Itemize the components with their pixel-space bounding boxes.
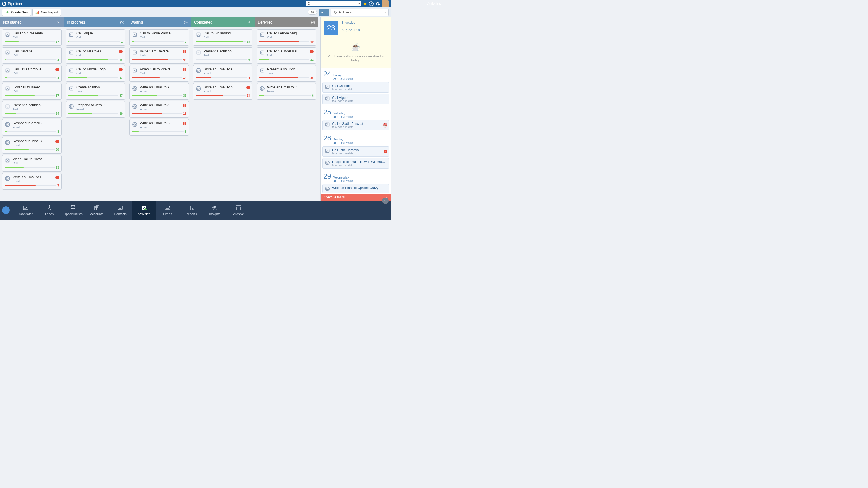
activity-card[interactable]: Call to Mr ColesCall!48 [66, 47, 125, 64]
nav-label: Activities [137, 212, 150, 216]
card-type: Call [267, 36, 314, 39]
task-title: Respond to email - Rowen Wilders… [332, 160, 387, 164]
card-type: Call [267, 54, 308, 57]
activity-card[interactable]: Video Call to Vite NCall!14 [129, 65, 189, 82]
svg-point-28 [133, 104, 137, 109]
card-title: Write an Email to H [12, 175, 53, 179]
activity-card[interactable]: Call to Lenore SidgCall40 [257, 29, 316, 45]
nav-contacts[interactable]: Contacts [108, 201, 132, 220]
upcoming-task-card[interactable]: Write an Email to Opaline Gravy [322, 184, 389, 193]
upcoming-task-card[interactable]: Call Migueltask has due date [322, 94, 389, 104]
card-title: Call to Saunder Kel [267, 49, 308, 53]
filter-toggle-button[interactable] [318, 9, 329, 16]
activity-card[interactable]: Call to Sigismund .Call58 [193, 29, 252, 45]
nav-opportunities[interactable]: Opportunities [61, 201, 85, 220]
overdue-tasks-bar[interactable]: Overdue tasks ‹ [321, 194, 391, 201]
activity-card[interactable]: Present a solutionTask38 [257, 65, 316, 82]
activity-card[interactable]: Write an Email to CEmail6 [257, 83, 316, 100]
nav-insights[interactable]: Insights [203, 201, 227, 220]
activity-card[interactable]: Write an Email to AEmail!18 [129, 101, 189, 118]
activity-card[interactable]: Call CarolineCall1 [2, 47, 62, 64]
nav-accounts[interactable]: Accounts [85, 201, 108, 220]
nav-navigator[interactable]: Navigator [14, 201, 38, 220]
archive-icon [235, 204, 242, 211]
date-header: 26SundayAUGUST 2018 [323, 134, 388, 145]
svg-point-15 [5, 176, 10, 181]
activity-card[interactable]: Call MiguelCall1 [66, 29, 125, 45]
settings-icon[interactable] [375, 1, 380, 6]
nav-reports[interactable]: Reports [179, 201, 203, 220]
nav-archive[interactable]: Archive [227, 201, 250, 220]
svg-point-53 [71, 205, 75, 207]
activity-card[interactable]: Present a solutionTask0 [193, 47, 252, 64]
pipeliner-logo-icon [2, 2, 6, 6]
card-title: Create solution [76, 85, 123, 89]
card-type: Email [140, 126, 181, 129]
alert-icon: ! [55, 175, 59, 179]
activity-card[interactable]: Write an Email to CEmail4 [193, 65, 252, 82]
help-icon[interactable]: ? [369, 1, 374, 6]
activity-card[interactable]: Respond to Jeth GEmail29 [66, 101, 125, 118]
card-title: Respond to email - [12, 121, 59, 125]
add-button[interactable]: + [2, 206, 10, 214]
favorite-icon[interactable]: ★ [363, 1, 367, 7]
date-header: 25SaturdayAUGUST 2018 [323, 108, 388, 119]
upcoming-task-card[interactable]: Respond to email - Rowen Wilders…task ha… [322, 158, 389, 169]
activity-card[interactable]: Respond to email -Email3 [2, 119, 62, 135]
activity-card[interactable]: Call to Sadie PancaCall2 [129, 29, 189, 45]
card-number: 31 [183, 94, 186, 97]
activity-card[interactable]: Write an Email to HEmail!7 [2, 173, 62, 190]
search-dropdown-icon[interactable] [358, 3, 360, 4]
activity-card[interactable]: Write an Email to AEmail31 [129, 83, 189, 100]
search-input-wrapper[interactable] [306, 1, 361, 6]
create-new-button[interactable]: ＋ Create New [2, 9, 31, 16]
app-name: Pipeliner [8, 2, 22, 6]
activity-card[interactable]: Invite Sam DeverelTask!44 [129, 47, 189, 64]
card-number: 6 [312, 94, 314, 97]
gear-icon [333, 10, 337, 14]
activity-card[interactable]: Cold call to BayerCall37 [2, 83, 62, 100]
activity-card[interactable]: Call about presentaCall17 [2, 29, 62, 45]
svg-rect-4 [38, 11, 39, 14]
nav-label: Feeds [163, 212, 172, 216]
svg-point-35 [198, 70, 199, 71]
nav-activities[interactable]: Activities [132, 201, 156, 220]
task-icon [5, 104, 10, 109]
nav-feeds[interactable]: Feeds [156, 201, 179, 220]
today-month: August 2018 [342, 28, 360, 33]
task-icon [68, 86, 74, 92]
user-filter-dropdown[interactable]: All Users [331, 9, 389, 16]
card-number: 18 [183, 112, 186, 115]
activity-card[interactable]: Respond to Ilysa SEmail!29 [2, 137, 62, 154]
activity-card[interactable]: Write an Email to SEmail!13 [193, 83, 252, 100]
activity-card[interactable]: Create solutionTask37 [66, 83, 125, 100]
upcoming-task-card[interactable]: Call Carolinetask has due date [322, 82, 389, 93]
activity-card[interactable]: Present a solutionTask14 [2, 101, 62, 118]
card-number: 14 [56, 112, 59, 115]
new-report-button[interactable]: New Report [32, 9, 61, 16]
date-header: 24FridayAUGUST 2018 [323, 70, 388, 81]
call-icon [5, 68, 10, 73]
search-input[interactable] [311, 2, 358, 6]
activity-card[interactable]: Write an Email to BEmail!8 [129, 119, 189, 135]
card-title: Present a solution [12, 103, 59, 107]
svg-rect-20 [69, 87, 73, 90]
email-icon [195, 86, 202, 92]
upcoming-task-card[interactable]: Call Latia Cordovatask has due date! [322, 146, 389, 157]
user-avatar[interactable] [382, 0, 389, 7]
activity-card[interactable]: Call to Saunder KelCall!12 [257, 47, 316, 64]
card-number: 2 [185, 40, 186, 43]
app-logo[interactable]: Pipeliner [2, 2, 22, 6]
activity-card[interactable]: Call Latia CordovaCall!3 [2, 65, 62, 82]
svg-point-31 [134, 124, 135, 125]
card-type: Email [12, 180, 53, 183]
call-icon [325, 122, 330, 127]
nav-leads[interactable]: Leads [38, 201, 61, 220]
expand-button[interactable] [382, 198, 389, 204]
activity-card[interactable]: Call to Myrtle FogoCall!23 [66, 65, 125, 82]
email-icon [5, 175, 10, 182]
activity-card[interactable]: Video Call to NathaCall23 [2, 155, 62, 171]
card-title: Write an Email to S [204, 85, 244, 89]
upcoming-task-card[interactable]: Call to Sadie Pancasttask has due date⏰ [322, 120, 389, 130]
card-type: Call [140, 36, 186, 39]
